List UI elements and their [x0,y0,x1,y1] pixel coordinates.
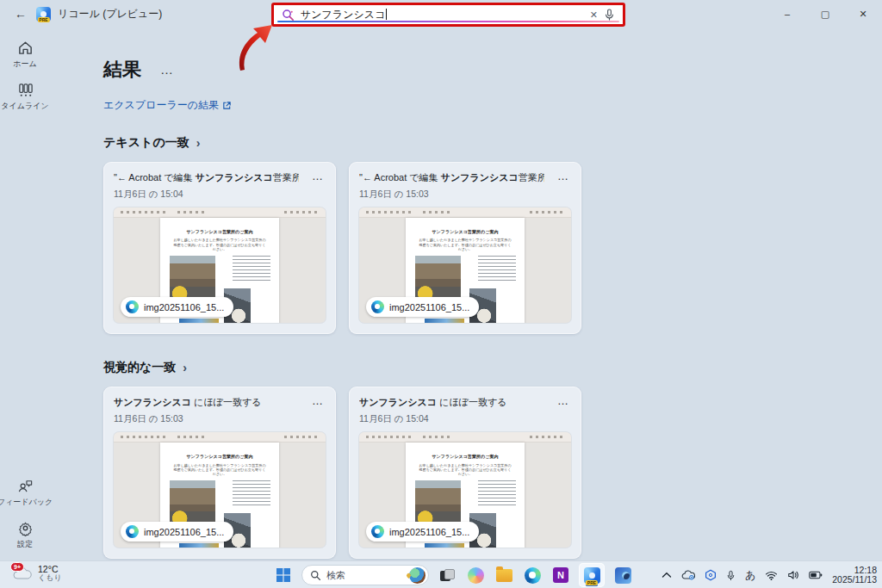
search-icon [282,9,295,22]
back-button[interactable]: ← [9,3,33,24]
task-view-icon [440,569,455,581]
acrobat-toolbar [114,432,326,443]
home-icon [16,38,34,57]
wallet-app-button[interactable] [612,565,633,585]
chevron-right-icon: › [183,361,187,374]
street-photo [170,480,215,523]
sidebar-item-timeline[interactable]: タイムライン [0,75,50,117]
explorer-results-link[interactable]: エクスプローラーの結果 [103,98,232,113]
result-card[interactable]: "← Acrobat で編集 サンフランシスコ営業所の..." … 11月6日 … [349,162,581,334]
ime-indicator[interactable]: あ [745,568,755,583]
document-text-column [478,480,516,508]
start-button[interactable] [273,565,294,585]
annotation-red-box: サンフランシスコ ✕ [271,3,625,27]
windows-logo-icon [276,567,291,583]
source-file-badge[interactable]: img20251106_15... [366,297,479,317]
sidebar-item-feedback[interactable]: フィードバック [0,471,50,513]
snapshot-thumbnail[interactable]: サンフランシスコ営業所のご案内 お申し越しいただきました弊社サンフランシスコ営業… [359,432,571,548]
source-file-badge[interactable]: img20251106_15... [121,522,233,542]
visual-match-cards: サンフランシスコ にほぼ一致する … 11月6日 の 15:03 サンフランシス… [103,387,865,559]
card-more-button[interactable]: … [556,396,571,410]
minimize-button[interactable]: – [768,0,806,28]
task-view-button[interactable] [437,565,457,585]
edge-icon [371,300,384,313]
search-accent-underline [277,21,619,22]
card-timestamp: 11月6日 の 15:04 [114,189,326,201]
taskbar-search-box[interactable]: 検索 [301,565,429,585]
card-timestamp: 11月6日 の 15:03 [114,413,326,425]
folder-icon [496,569,512,582]
partial-photo [179,319,219,323]
search-input[interactable]: サンフランシスコ ✕ [275,6,622,23]
clock-date: 2025/11/13 [832,575,877,585]
edge-icon [525,567,541,584]
tray-overflow-chevron[interactable] [662,572,672,579]
onenote-button[interactable]: N [550,565,571,585]
snapshot-thumbnail[interactable]: サンフランシスコ営業所のご案内 お申し越しいただきました弊社サンフランシスコ営業… [114,432,326,548]
street-photo [415,256,461,299]
window-controls: – ▢ ✕ [768,0,882,28]
result-card[interactable]: "← Acrobat で編集 サンフランシスコ営業所の..." … 11月6日 … [103,162,336,334]
card-more-button[interactable]: … [310,396,326,410]
weather-temp: 12°C [38,565,62,573]
clear-search-button[interactable]: ✕ [584,9,604,21]
taskbar-search-placeholder: 検索 [326,569,404,582]
external-link-icon [222,101,232,110]
acrobat-toolbar [359,207,571,218]
result-card[interactable]: サンフランシスコ にほぼ一致する … 11月6日 の 15:03 サンフランシス… [103,387,336,559]
copilot-button[interactable] [465,565,486,585]
edge-icon [126,300,139,313]
card-timestamp: 11月6日 の 15:04 [359,413,571,425]
results-more-button[interactable]: … [160,65,174,74]
volume-icon[interactable] [787,570,799,580]
gear-icon [16,518,34,537]
source-file-badge[interactable]: img20251106_15... [121,297,233,317]
card-more-button[interactable]: … [310,171,326,185]
search-icon [310,570,321,581]
acrobat-toolbar [114,207,326,218]
microphone-tray-icon[interactable] [726,570,736,581]
feedback-icon [16,476,34,495]
section-text-matches[interactable]: テキストの一致 › [103,135,865,151]
close-button[interactable]: ✕ [844,0,882,28]
street-photo [415,480,461,523]
battery-icon[interactable] [809,571,823,579]
edge-icon [371,525,384,538]
copilot-icon [468,567,484,584]
snapshot-thumbnail[interactable]: サンフランシスコ営業所のご案内 お申し越しいただきました弊社サンフランシスコ営業… [114,207,326,323]
wallet-app-icon [615,567,631,584]
microphone-icon[interactable] [604,9,615,21]
weather-widget[interactable]: 9+ 12°C くもり [7,563,67,584]
recall-taskbar-button-active[interactable]: PRE [579,563,605,587]
wifi-icon[interactable] [765,571,778,580]
text-match-cards: "← Acrobat で編集 サンフランシスコ営業所の..." … 11月6日 … [103,162,865,334]
document-text-column [233,480,270,508]
street-photo [170,256,215,299]
card-more-button[interactable]: … [556,171,571,185]
sidebar-item-settings[interactable]: 設定 [0,513,50,555]
onedrive-cloud-icon[interactable] [681,570,695,580]
edge-icon [126,525,139,538]
card-timestamp: 11月6日 の 15:03 [359,189,571,201]
sidebar-item-home[interactable]: ホーム [0,33,50,75]
search-query: サンフランシスコ [301,8,584,22]
file-explorer-button[interactable] [494,565,514,585]
snapshot-thumbnail[interactable]: サンフランシスコ営業所のご案内 お申し越しいただきました弊社サンフランシスコ営業… [359,207,571,323]
source-file-badge[interactable]: img20251106_15... [366,522,479,542]
security-shield-icon[interactable] [705,569,717,581]
result-card[interactable]: サンフランシスコ にほぼ一致する … 11月6日 の 15:04 サンフランシス… [349,387,581,559]
document-text-column [478,256,516,283]
partial-photo [179,543,219,548]
section-visual-matches[interactable]: 視覚的な一致 › [103,360,865,375]
search-highlight-image [409,567,425,584]
edge-button[interactable] [522,565,543,585]
card-title: サンフランシスコ にほぼ一致する [114,396,261,408]
chevron-right-icon: › [196,136,201,150]
card-title: サンフランシスコ にほぼ一致する [359,396,506,408]
onenote-icon: N [553,567,568,583]
clock[interactable]: 12:18 2025/11/13 [832,566,877,585]
weather-cloud-icon: 9+ [12,566,33,581]
main-content: 結果 … エクスプローラーの結果 テキストの一致 › "← Acrobat で編… [103,57,865,559]
maximize-button[interactable]: ▢ [806,0,844,28]
taskbar: 9+ 12°C くもり 検索 N [0,560,882,588]
